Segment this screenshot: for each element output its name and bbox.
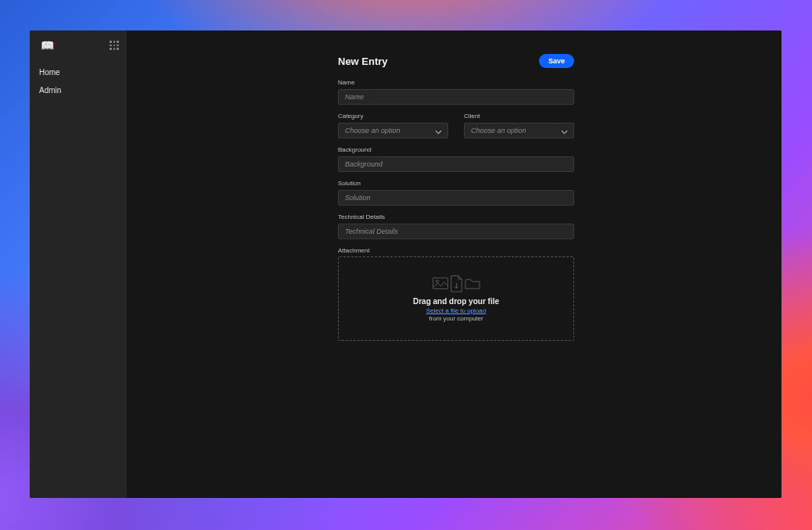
name-label: Name bbox=[338, 79, 574, 86]
image-icon bbox=[433, 278, 448, 289]
field-category: Category Choose an option bbox=[338, 113, 448, 138]
attachment-label: Attachment bbox=[338, 247, 574, 254]
dropzone-icons bbox=[433, 275, 480, 289]
app-logo[interactable]: 📖 bbox=[39, 39, 55, 52]
field-solution: Solution bbox=[338, 180, 574, 206]
sidebar-item-home[interactable]: Home bbox=[30, 63, 127, 81]
sidebar-nav: Home Admin bbox=[30, 60, 127, 99]
form-header: New Entry Save bbox=[338, 54, 574, 68]
name-input[interactable] bbox=[338, 89, 574, 105]
solution-input[interactable] bbox=[338, 190, 574, 206]
field-attachment: Attachment Drag and drop your file Selec… bbox=[338, 247, 574, 341]
main-content: New Entry Save Name Category Choose an o… bbox=[127, 30, 781, 498]
sidebar-item-admin[interactable]: Admin bbox=[30, 81, 127, 99]
svg-point-1 bbox=[436, 280, 438, 282]
dropzone-main-text: Drag and drop your file bbox=[413, 297, 499, 306]
client-select[interactable]: Choose an option bbox=[464, 123, 574, 138]
dropzone-select-link[interactable]: Select a file to upload bbox=[426, 307, 487, 314]
page-title: New Entry bbox=[338, 56, 388, 67]
solution-label: Solution bbox=[338, 180, 574, 187]
category-label: Category bbox=[338, 113, 448, 120]
field-background: Background bbox=[338, 146, 574, 172]
row-category-client: Category Choose an option Client bbox=[338, 113, 574, 138]
sidebar-header: 📖 bbox=[30, 30, 127, 60]
save-button[interactable]: Save bbox=[539, 54, 574, 68]
field-client: Client Choose an option bbox=[464, 113, 574, 138]
folder-icon bbox=[465, 278, 480, 289]
technical-details-input[interactable] bbox=[338, 224, 574, 239]
background-label: Background bbox=[338, 146, 574, 153]
sidebar: 📖 Home Admin bbox=[30, 30, 127, 498]
file-icon bbox=[450, 275, 463, 292]
background-input[interactable] bbox=[338, 156, 574, 172]
book-icon: 📖 bbox=[41, 40, 54, 51]
technical-details-label: Technical Details bbox=[338, 213, 574, 220]
dropzone-sub-text: from your computer bbox=[429, 315, 483, 322]
file-dropzone[interactable]: Drag and drop your file Select a file to… bbox=[338, 256, 574, 341]
client-label: Client bbox=[464, 113, 574, 120]
entry-form: New Entry Save Name Category Choose an o… bbox=[338, 54, 574, 341]
apps-grid-icon[interactable] bbox=[110, 41, 119, 50]
field-technical-details: Technical Details bbox=[338, 213, 574, 239]
field-name: Name bbox=[338, 79, 574, 105]
app-window: 📖 Home Admin New Entry Save Name bbox=[30, 30, 781, 498]
category-select[interactable]: Choose an option bbox=[338, 123, 448, 138]
